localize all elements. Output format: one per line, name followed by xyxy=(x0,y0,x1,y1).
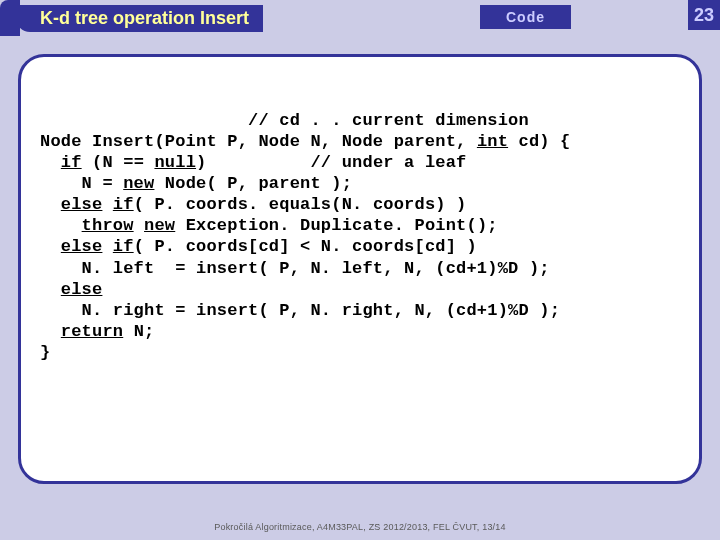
code-line: Exception. Duplicate. Point(); xyxy=(175,216,497,235)
pad xyxy=(40,237,61,256)
keyword-if: if xyxy=(113,195,134,214)
keyword-null: null xyxy=(154,153,196,172)
keyword-if: if xyxy=(61,153,82,172)
slide-title: K-d tree operation Insert xyxy=(16,5,263,32)
pad xyxy=(40,280,61,299)
pad xyxy=(40,195,61,214)
keyword-throw: throw xyxy=(82,216,134,235)
keyword-else: else xyxy=(61,195,103,214)
pad xyxy=(40,322,61,341)
keyword-if: if xyxy=(113,237,134,256)
code-block: // cd . . current dimension Node Insert(… xyxy=(40,110,571,363)
page-number-text: 23 xyxy=(694,5,714,25)
comment-line: // cd . . current dimension xyxy=(248,111,529,130)
slide-header: K-d tree operation Insert Code 23 xyxy=(0,0,720,32)
code-line: ( P. coords[cd] < N. coords[cd] ) xyxy=(134,237,477,256)
keyword-return: return xyxy=(61,322,123,341)
code-line: Node Insert(Point P, Node N, Node parent… xyxy=(40,132,477,151)
pad xyxy=(40,111,248,130)
code-label-box: Code xyxy=(480,5,571,29)
slide-footer: Pokročilá Algoritmizace, A4M33PAL, ZS 20… xyxy=(0,522,720,532)
pad xyxy=(102,195,112,214)
keyword-new: new xyxy=(144,216,175,235)
code-line: Node( P, parent ); xyxy=(154,174,352,193)
code-line: N. right = insert( P, N. right, N, (cd+1… xyxy=(40,301,560,320)
code-line: cd) { xyxy=(508,132,570,151)
footer-text: Pokročilá Algoritmizace, A4M33PAL, ZS 20… xyxy=(214,522,505,532)
code-line: N. left = insert( P, N. left, N, (cd+1)%… xyxy=(40,259,550,278)
pad xyxy=(40,153,61,172)
code-line: (N == xyxy=(82,153,155,172)
pad xyxy=(40,216,82,235)
pad xyxy=(134,216,144,235)
keyword-new: new xyxy=(123,174,154,193)
code-line: ( P. coords. equals(N. coords) ) xyxy=(134,195,467,214)
title-text: K-d tree operation Insert xyxy=(40,8,249,28)
pad xyxy=(102,237,112,256)
page-number: 23 xyxy=(688,0,720,30)
code-line: ) // under a leaf xyxy=(196,153,466,172)
keyword-else: else xyxy=(61,237,103,256)
code-line: N; xyxy=(123,322,154,341)
code-line: } xyxy=(40,343,50,362)
keyword-int: int xyxy=(477,132,508,151)
code-label: Code xyxy=(506,9,545,25)
code-line: N = xyxy=(40,174,123,193)
keyword-else: else xyxy=(61,280,103,299)
